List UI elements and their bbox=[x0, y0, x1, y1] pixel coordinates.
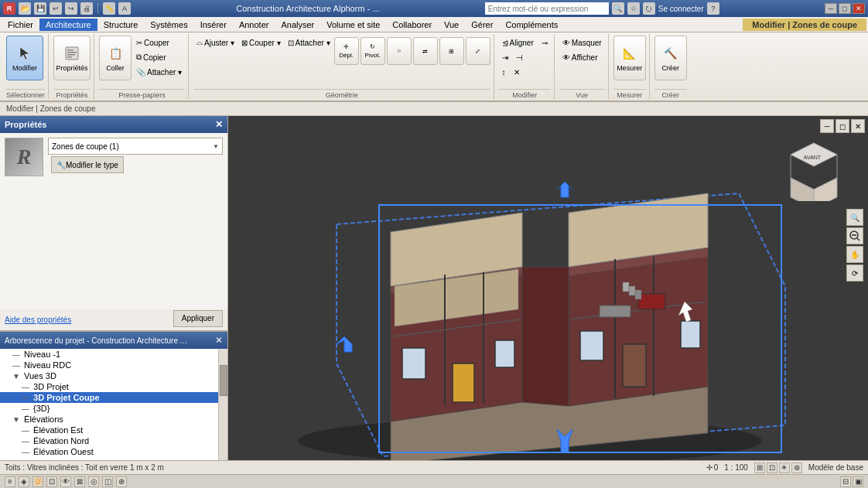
history-icon[interactable]: ⭮ bbox=[643, 2, 655, 15]
raccourcir-button[interactable]: ⊣ bbox=[513, 50, 526, 64]
pivoter-button[interactable]: ↻ Pivot. bbox=[361, 37, 385, 65]
modifier-button[interactable]: Modifier bbox=[6, 36, 43, 80]
menu-fichier[interactable]: Fichier bbox=[2, 19, 39, 31]
menu-structure[interactable]: Structure bbox=[97, 19, 145, 31]
bottom-bar: ≡ ◈ 🔆 ⊡ 👁 ⊠ ◎ ◫ ⊕ ⊟ ▣ bbox=[0, 474, 868, 488]
tag-icon[interactable]: A bbox=[118, 2, 131, 15]
proprietes-group-label: Propriétés bbox=[53, 89, 91, 99]
close-button[interactable]: ✕ bbox=[853, 3, 865, 14]
viewport[interactable]: ─ ◻ ✕ AVANT DROIT FRONT bbox=[228, 116, 868, 460]
menu-collaborer[interactable]: Collaborer bbox=[386, 19, 438, 31]
snap-toggle[interactable]: ⊡ bbox=[767, 462, 777, 473]
tree-item-vues3d[interactable]: ▼ Vues 3D bbox=[0, 370, 218, 381]
tree-item-niveau-1[interactable]: — Niveau -1 bbox=[0, 349, 218, 360]
tree-item-elevations[interactable]: ▼ Élévations bbox=[0, 414, 218, 425]
favorites-icon[interactable]: ☆ bbox=[627, 2, 640, 15]
aligner-button[interactable]: ⊴ Aligner bbox=[499, 36, 537, 49]
analysis-btn[interactable]: ◎ bbox=[88, 476, 99, 487]
save-icon[interactable]: 💾 bbox=[34, 2, 46, 15]
reseau-button[interactable]: ⊞ bbox=[439, 37, 464, 65]
properties-close-button[interactable]: ✕ bbox=[215, 119, 223, 130]
menu-analyser[interactable]: Analyser bbox=[275, 19, 320, 31]
coller-button[interactable]: 📋 Coller bbox=[99, 36, 132, 80]
type-dropdown-value: Zones de coupe (1) bbox=[52, 142, 119, 151]
design-options-btn[interactable]: ⊕ bbox=[116, 476, 127, 487]
print-icon[interactable]: 🖨 bbox=[80, 2, 93, 15]
menu-gerer[interactable]: Gérer bbox=[465, 19, 499, 31]
tree-item-elev-est[interactable]: — Élévation Est bbox=[0, 425, 218, 435]
viewport-close-btn[interactable]: ✕ bbox=[851, 119, 865, 133]
tree-item-3d[interactable]: — {3D} bbox=[0, 403, 218, 414]
afficher-button[interactable]: 👁 Afficher bbox=[559, 50, 601, 64]
minimize-button[interactable]: ─ bbox=[825, 3, 837, 14]
tree-item-3dprojet[interactable]: — 3D Projet bbox=[0, 381, 218, 392]
masquer-button[interactable]: 👁 Masquer bbox=[559, 36, 605, 49]
prolonger-button[interactable]: ↕ bbox=[499, 65, 509, 79]
shadow-btn[interactable]: 🔆 bbox=[32, 476, 43, 487]
couper-geo-button[interactable]: ⊠ Couper ▾ bbox=[238, 36, 284, 49]
viewport-restore-btn[interactable]: ◻ bbox=[836, 119, 849, 133]
diviser-button[interactable]: ⊸ bbox=[538, 36, 551, 49]
creer-button[interactable]: 🔨 Créer bbox=[654, 36, 687, 80]
tabwindows-btn[interactable]: ▣ bbox=[853, 476, 863, 487]
menu-annoter[interactable]: Annoter bbox=[233, 19, 275, 31]
ajuster-button[interactable]: ⌓ Ajuster ▾ bbox=[193, 36, 238, 49]
scale-icon: ⤢ bbox=[475, 48, 480, 55]
supprimer-button[interactable]: ✕ bbox=[511, 65, 523, 79]
temp-hide-btn[interactable]: ⊠ bbox=[74, 476, 85, 487]
orbit-button[interactable]: ⟳ bbox=[846, 264, 863, 282]
decaler-button[interactable]: ⇥ bbox=[499, 50, 511, 64]
miroir-button[interactable]: ⇌ bbox=[413, 37, 438, 65]
attacher-geo-button[interactable]: ⊡ Attacher ▾ bbox=[285, 36, 333, 49]
grid-toggle[interactable]: ⊞ bbox=[754, 462, 765, 473]
tilewindows-btn[interactable]: ⊟ bbox=[840, 476, 851, 487]
sun-toggle[interactable]: ☀ bbox=[779, 462, 790, 473]
menu-complements[interactable]: Compléments bbox=[499, 19, 564, 31]
svg-marker-20 bbox=[522, 267, 569, 406]
copier-button[interactable]: ⧉ Copier bbox=[133, 50, 185, 64]
tree-item-elev-ouest[interactable]: — Élévation Ouest bbox=[0, 446, 218, 457]
redo-icon[interactable]: ↪ bbox=[65, 2, 77, 15]
model-toggle[interactable]: ⊛ bbox=[791, 462, 802, 473]
tree-item-niveau-rdc[interactable]: — Niveau RDC bbox=[0, 360, 218, 370]
visual-style-btn[interactable]: ◈ bbox=[19, 476, 29, 487]
type-dropdown[interactable]: Zones de coupe (1) ▼ bbox=[48, 138, 223, 155]
restore-button[interactable]: ◻ bbox=[839, 3, 851, 14]
search-input[interactable] bbox=[485, 2, 609, 15]
zoom-out-button[interactable] bbox=[846, 227, 863, 244]
menu-architecture[interactable]: Architecture bbox=[39, 19, 97, 31]
measure-icon[interactable]: 📏 bbox=[103, 2, 115, 15]
tree-scrollbar-thumb[interactable] bbox=[220, 365, 227, 396]
help-icon[interactable]: ? bbox=[707, 2, 719, 15]
pan-button[interactable]: ✋ bbox=[846, 246, 863, 263]
crop-btn[interactable]: ⊡ bbox=[46, 476, 57, 487]
menu-volume[interactable]: Volume et site bbox=[320, 19, 386, 31]
deplacer-button[interactable]: ✛ Dépl. bbox=[334, 37, 359, 65]
worksets-btn[interactable]: ◫ bbox=[102, 476, 113, 487]
zoom-in-button[interactable]: 🔍 bbox=[846, 209, 863, 226]
menu-vue[interactable]: Vue bbox=[438, 19, 465, 31]
connect-label[interactable]: Se connecter bbox=[658, 5, 704, 13]
attacher-button[interactable]: 📎 Attacher ▾ bbox=[133, 65, 185, 79]
properties-body: R Zones de coupe (1) ▼ 🔧 Modifier le typ… bbox=[0, 133, 227, 181]
modify-type-button[interactable]: 🔧 Modifier le type bbox=[51, 156, 124, 173]
tree-item-elev-nord[interactable]: — Élévation Nord bbox=[0, 435, 218, 446]
mesurer-button[interactable]: 📐 Mesurer bbox=[613, 36, 646, 80]
cercle-button[interactable]: ○ bbox=[387, 37, 412, 65]
menu-systemes[interactable]: Systèmes bbox=[144, 19, 193, 31]
search-icon[interactable]: 🔍 bbox=[612, 2, 624, 15]
couper-button[interactable]: ✂ Couper bbox=[133, 36, 185, 49]
detail-level-btn[interactable]: ≡ bbox=[5, 476, 15, 487]
tree-close-button[interactable]: ✕ bbox=[215, 335, 223, 346]
tree-scrollbar[interactable] bbox=[218, 349, 227, 460]
open-folder-icon[interactable]: 📂 bbox=[19, 2, 31, 15]
proprietes-button[interactable]: Propriétés bbox=[53, 36, 91, 80]
undo-icon[interactable]: ↩ bbox=[50, 2, 62, 15]
hidden-elements-btn[interactable]: 👁 bbox=[60, 476, 71, 487]
tree-item-3dprojet-coupe[interactable]: — 3D Projet Coupe bbox=[0, 392, 218, 403]
aide-link[interactable]: Aide des propriétés bbox=[0, 312, 76, 327]
appliquer-button[interactable]: Appliquer bbox=[173, 310, 223, 327]
menu-inserer[interactable]: Insérer bbox=[194, 19, 233, 31]
echelle-button[interactable]: ⤢ bbox=[466, 37, 490, 65]
viewport-minimize-btn[interactable]: ─ bbox=[820, 119, 834, 133]
